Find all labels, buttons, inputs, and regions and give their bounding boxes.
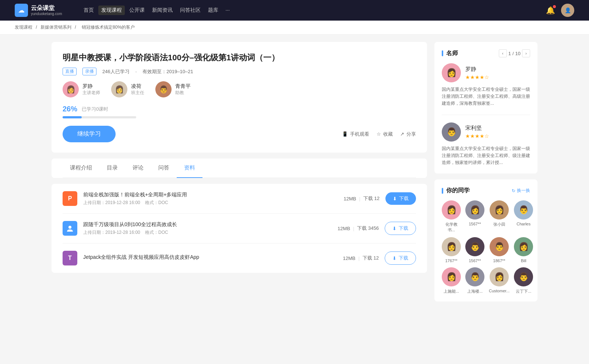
- classmate-name-2: 张小田: [493, 222, 505, 227]
- classmate-avatar-5[interactable]: 👨: [465, 237, 484, 256]
- classmate-avatar-0[interactable]: 👩: [442, 200, 461, 220]
- resource-list: P 前端全栈加强版！前端全栈+全周期+多端应用 上传日期：2019-12-28 …: [52, 184, 427, 273]
- resource-icon-1: [63, 221, 77, 236]
- collect-button[interactable]: ☆ 收藏: [377, 131, 393, 138]
- nav-public[interactable]: 公开课: [126, 6, 148, 15]
- instructor-name-0: 罗静: [82, 83, 100, 90]
- teachers-prev-button[interactable]: ‹: [499, 49, 507, 57]
- progress-label: 已学习0课时: [82, 106, 108, 113]
- resource-stats-0: 12MB | 下载 12: [344, 195, 380, 202]
- notification-dot: [553, 5, 556, 8]
- instructor-role-0: 主讲老师: [82, 90, 100, 96]
- classmate-item-8: 👩 上施能...: [442, 267, 461, 294]
- main-nav: 首页 发现课程 公开课 新闻资讯 问答社区 题库 ···: [81, 6, 233, 15]
- resource-name-1: 跟随千万级项目从0到100全过程高效成长: [83, 221, 332, 228]
- teacher-name-1: 宋利坚: [465, 125, 489, 132]
- resource-size-2: 12MB: [343, 256, 356, 261]
- classmate-name-1: 1567**: [469, 222, 481, 226]
- logo-icon: ☁: [15, 4, 28, 17]
- logo-text: 云朵课堂 yunduoketang.com: [31, 4, 62, 16]
- classmate-avatar-11[interactable]: 👨: [514, 267, 533, 286]
- tab-resources[interactable]: 资料: [177, 158, 202, 178]
- tag-live: 直播: [63, 68, 77, 75]
- breadcrumb-current: 销冠修炼术搞定80%的客户: [82, 25, 135, 30]
- instructor-role-1: 班主任: [131, 90, 144, 96]
- download-icon-1: ⬇: [392, 226, 396, 231]
- classmate-avatar-10[interactable]: 👩: [490, 267, 509, 286]
- instructor-avatar-0: 👩: [63, 81, 79, 97]
- classmate-name-5: 1567**: [469, 258, 481, 263]
- teachers-panel: 名师 ‹ 1 / 10 › 👩 罗静 ★★★★☆: [434, 42, 537, 174]
- classmate-item-2: 👩 张小田: [489, 200, 509, 233]
- breadcrumb-discover[interactable]: 发现课程: [15, 25, 32, 30]
- nav-quiz[interactable]: 题库: [205, 6, 221, 15]
- star-icon: ☆: [377, 131, 381, 137]
- teachers-pagination: ‹ 1 / 10 ›: [499, 49, 530, 57]
- nav-more[interactable]: ···: [223, 6, 233, 15]
- classmates-grid: 👩 化学教书... 👩 1567** 👩 张小田 👨 Charles 👩: [442, 200, 530, 294]
- classmate-item-10: 👩 Customer...: [489, 267, 509, 294]
- tab-qa[interactable]: 问答: [151, 158, 177, 178]
- instructor-1: 👩 凌荷 班主任: [111, 81, 144, 97]
- download-button-0[interactable]: ⬇ 下载: [385, 192, 416, 205]
- breadcrumb-series[interactable]: 新媒体营销系列: [40, 25, 71, 30]
- classmate-avatar-3[interactable]: 👨: [514, 200, 533, 220]
- classmate-item-11: 👨 云丁下...: [514, 267, 533, 294]
- classmate-name-3: Charles: [516, 222, 530, 226]
- tabs-list: 课程介绍 目录 评论 问答 资料: [63, 158, 416, 178]
- download-button-1[interactable]: ⬇ 下载: [385, 222, 416, 235]
- teacher-name-0: 罗静: [465, 66, 489, 73]
- classmates-title: 你的同学: [442, 187, 470, 195]
- classmate-name-10: Customer...: [489, 289, 509, 293]
- notification-bell[interactable]: 🔔: [546, 6, 555, 15]
- instructor-name-2: 青青平: [175, 83, 191, 90]
- classmate-avatar-4[interactable]: 👩: [442, 237, 461, 256]
- phone-watch-button[interactable]: 📱 手机观看: [342, 131, 369, 138]
- classmate-item-9: 👨 上海楼...: [465, 267, 484, 294]
- teacher-stars-0: ★★★★☆: [465, 74, 489, 80]
- resource-stats-1: 12MB | 下载 3456: [338, 225, 379, 232]
- teacher-avatar-0: 👩: [442, 63, 461, 82]
- instructor-info-1: 凌荷 班主任: [131, 83, 144, 96]
- nav-home[interactable]: 首页: [81, 6, 97, 15]
- classmate-avatar-7[interactable]: 👩: [514, 237, 533, 256]
- resource-info-2: Jetpack全组件实战 开发短视频应用高仿皮皮虾App: [83, 254, 337, 262]
- teacher-avatar-1: 👨: [442, 122, 461, 142]
- teacher-stars-1: ★★★★☆: [465, 133, 489, 139]
- teacher-desc-1: 国内某重点大学安全工程专业硕士，国家一级注册消防工程师、注册安全工程师、级注册建…: [442, 145, 530, 167]
- classmate-avatar-6[interactable]: 👨: [490, 237, 509, 256]
- teachers-next-button[interactable]: ›: [522, 49, 530, 57]
- classmate-name-6: 1867**: [493, 258, 505, 263]
- download-button-2[interactable]: ⬇ 下载: [385, 251, 416, 265]
- classmate-name-7: Bill: [521, 258, 526, 263]
- classmate-name-4: 1767**: [445, 258, 457, 263]
- course-expire: ·: [135, 69, 137, 74]
- nav-qa[interactable]: 问答社区: [177, 6, 204, 15]
- resource-info-0: 前端全栈加强版！前端全栈+全周期+多端应用 上传日期：2019-12-28 16…: [83, 192, 338, 206]
- tag-record: 录播: [82, 68, 96, 75]
- teachers-page-total: 10: [515, 51, 521, 56]
- resource-name-2: Jetpack全组件实战 开发短视频应用高仿皮皮虾App: [83, 254, 337, 261]
- classmate-avatar-2[interactable]: 👩: [490, 200, 509, 220]
- classmates-panel: 你的同学 ↻ 换一换 👩 化学教书... 👩 1567** 👩 张小田: [434, 179, 537, 301]
- classmate-avatar-8[interactable]: 👩: [442, 267, 461, 286]
- resource-name-0: 前端全栈加强版！前端全栈+全周期+多端应用: [83, 192, 338, 198]
- nav-discover[interactable]: 发现课程: [98, 6, 125, 15]
- user-avatar-header[interactable]: 👤: [561, 4, 574, 17]
- share-button[interactable]: ↗ 分享: [400, 131, 416, 138]
- classmate-avatar-9[interactable]: 👨: [465, 267, 484, 286]
- classmates-refresh-button[interactable]: ↻ 换一换: [512, 188, 530, 194]
- tab-catalog[interactable]: 目录: [99, 158, 125, 178]
- logo[interactable]: ☁ 云朵课堂 yunduoketang.com: [15, 4, 62, 17]
- classmate-item-7: 👩 Bill: [514, 237, 533, 263]
- tab-review[interactable]: 评论: [125, 158, 151, 178]
- progress-header: 26% 已学习0课时: [63, 105, 416, 113]
- classmate-avatar-1[interactable]: 👩: [465, 200, 484, 220]
- tab-intro[interactable]: 课程介绍: [63, 158, 99, 178]
- download-icon-2: ⬇: [392, 256, 396, 261]
- continue-learning-button[interactable]: 继续学习: [63, 126, 116, 142]
- action-btns: 📱 手机观看 ☆ 收藏 ↗ 分享: [342, 131, 416, 138]
- nav-news[interactable]: 新闻资讯: [149, 6, 176, 15]
- header-right: 🔔 👤: [546, 4, 574, 17]
- resource-info-1: 跟随千万级项目从0到100全过程高效成长 上传日期：2019-12-28 16:…: [83, 221, 332, 236]
